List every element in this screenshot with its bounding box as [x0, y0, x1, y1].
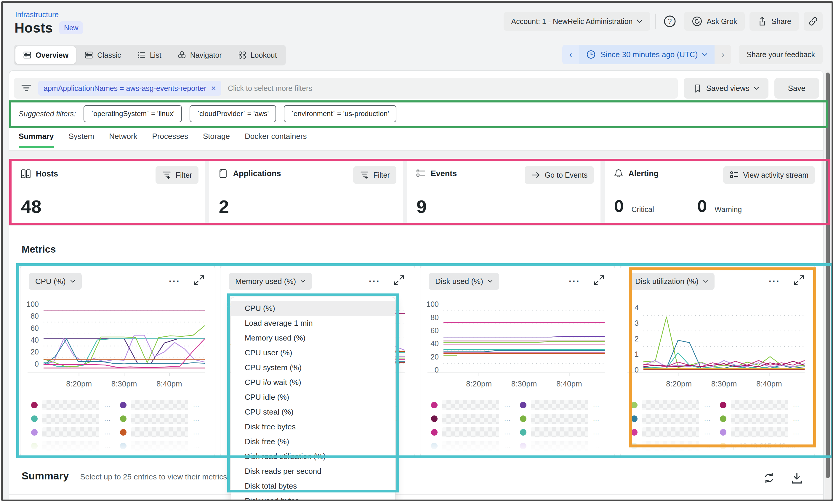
- dropdown-item[interactable]: Disk used bytes: [231, 493, 395, 501]
- breadcrumb[interactable]: Infrastructure: [15, 11, 59, 19]
- filter-chip[interactable]: apmApplicationNames = aws-asg-events-rep…: [38, 81, 221, 96]
- metric-selector[interactable]: Disk used (%): [429, 273, 499, 290]
- view-tab-overview[interactable]: Overview: [15, 46, 76, 64]
- tab-network[interactable]: Network: [109, 132, 137, 147]
- suggested-filter-environment[interactable]: `environment` = 'us-production': [284, 105, 396, 122]
- account-switcher[interactable]: Account: 1 - NewRelic Administration: [504, 12, 650, 31]
- legend-item[interactable]: …: [431, 398, 520, 412]
- share-button[interactable]: Share: [749, 12, 799, 31]
- dropdown-item[interactable]: Disk total bytes: [231, 479, 395, 493]
- legend-item[interactable]: …: [631, 412, 720, 426]
- view-tab-navigator[interactable]: Navigator: [170, 46, 229, 64]
- ask-grok-button[interactable]: Ask Grok: [684, 12, 745, 31]
- dropdown-item[interactable]: Disk read utilization (%): [231, 449, 395, 464]
- tab-system[interactable]: System: [69, 132, 95, 147]
- metric-selector[interactable]: CPU (%): [29, 273, 82, 290]
- time-prev-button[interactable]: ‹: [562, 45, 579, 64]
- expand-icon[interactable]: [593, 274, 605, 286]
- legend-item[interactable]: …: [520, 426, 609, 439]
- legend-dot: [31, 402, 38, 408]
- hosts-filter-button[interactable]: Filter: [155, 166, 199, 184]
- go-to-events-button[interactable]: Go to Events: [525, 166, 594, 184]
- legend-item[interactable]: …: [31, 426, 120, 439]
- legend-item[interactable]: …: [720, 398, 809, 412]
- time-picker[interactable]: Since 30 minutes ago (UTC): [579, 45, 715, 64]
- dropdown-item[interactable]: CPU steal (%): [231, 405, 395, 419]
- feedback-button[interactable]: Share your feedback: [739, 45, 823, 64]
- expand-icon[interactable]: [394, 274, 405, 286]
- dropdown-item[interactable]: Load average 1 min: [231, 316, 395, 330]
- legend-item[interactable]: …: [720, 426, 809, 439]
- legend-item[interactable]: …: [31, 439, 120, 453]
- chart-menu-icon[interactable]: ···: [569, 276, 580, 286]
- view-tab-classic[interactable]: Classic: [77, 46, 129, 64]
- dropdown-item[interactable]: Disk reads per second: [231, 464, 395, 479]
- expand-icon[interactable]: [193, 274, 205, 286]
- save-button[interactable]: Save: [774, 78, 819, 99]
- tab-docker-containers[interactable]: Docker containers: [245, 132, 307, 147]
- legend-item[interactable]: …: [31, 398, 120, 412]
- stat-card-hosts: Hosts Filter 48: [12, 160, 205, 225]
- view-tab-lookout[interactable]: Lookout: [230, 46, 284, 64]
- chart-menu-icon[interactable]: ···: [169, 276, 180, 286]
- view-tab-list[interactable]: List: [130, 46, 169, 64]
- legend-item[interactable]: …: [631, 439, 720, 453]
- list-icon: [137, 51, 146, 59]
- dropdown-item[interactable]: Memory used (%): [231, 330, 395, 345]
- legend-item[interactable]: …: [431, 439, 520, 453]
- remove-filter-icon[interactable]: ×: [211, 84, 216, 92]
- legend-item[interactable]: …: [520, 412, 609, 426]
- refresh-icon[interactable]: [762, 471, 776, 485]
- help-icon[interactable]: ?: [660, 12, 679, 31]
- legend-item[interactable]: …: [520, 398, 609, 412]
- filter-bar[interactable]: apmApplicationNames = aws-asg-events-rep…: [14, 78, 678, 99]
- warning-label: Warning: [715, 205, 742, 214]
- metric-selector[interactable]: Memory used (%): [229, 273, 312, 290]
- legend-item[interactable]: …: [120, 398, 209, 412]
- summary-title: Summary: [22, 470, 69, 482]
- legend-item[interactable]: …: [431, 412, 520, 426]
- legend-dot: [520, 415, 527, 422]
- legend-item[interactable]: …: [720, 412, 809, 426]
- download-icon[interactable]: [790, 471, 804, 485]
- legend-item[interactable]: …: [431, 426, 520, 439]
- saved-views-button[interactable]: Saved views: [684, 78, 768, 99]
- tab-processes[interactable]: Processes: [152, 132, 188, 147]
- copy-link-button[interactable]: [804, 12, 823, 31]
- metric-selector[interactable]: Disk utilization (%): [629, 273, 715, 290]
- legend-item[interactable]: …: [31, 412, 120, 426]
- legend-label: ip-10-48-215-142.eu-...: [731, 442, 804, 450]
- legend-dot: [31, 415, 38, 422]
- chart-menu-icon[interactable]: ···: [769, 276, 780, 286]
- dropdown-item[interactable]: Disk free bytes: [231, 419, 395, 434]
- legend-item[interactable]: …: [631, 426, 720, 439]
- legend-item[interactable]: ip-10-48-215-142.eu-...: [720, 439, 809, 453]
- time-next-button[interactable]: ›: [715, 45, 731, 64]
- dropdown-item[interactable]: CPU user (%): [231, 345, 395, 360]
- dropdown-item[interactable]: CPU i/o wait (%): [231, 375, 395, 390]
- legend-item[interactable]: …: [120, 439, 209, 453]
- tab-storage[interactable]: Storage: [203, 132, 230, 147]
- legend-item[interactable]: …: [120, 412, 209, 426]
- view-activity-stream-button[interactable]: View activity stream: [723, 166, 815, 184]
- svg-text:0: 0: [634, 366, 639, 374]
- legend-item[interactable]: …: [520, 439, 609, 453]
- suggested-filter-operating-system[interactable]: `operatingSystem` = 'linux': [83, 105, 182, 122]
- tab-summary[interactable]: Summary: [19, 132, 54, 147]
- scrollbar-thumb[interactable]: [826, 73, 830, 478]
- applications-filter-button[interactable]: Filter: [353, 166, 396, 184]
- dropdown-item[interactable]: CPU system (%): [231, 360, 395, 375]
- legend-item[interactable]: …: [120, 426, 209, 439]
- dropdown-item[interactable]: Disk free (%): [231, 434, 395, 449]
- navigator-icon: [177, 51, 186, 59]
- legend-item[interactable]: …: [631, 398, 720, 412]
- applications-count: 2: [218, 196, 229, 217]
- critical-count: 0: [614, 196, 624, 216]
- filter-row: apmApplicationNames = aws-asg-events-rep…: [14, 78, 819, 99]
- suggested-filter-cloud-provider[interactable]: `cloudProvider` = 'aws': [190, 105, 276, 122]
- chart-menu-icon[interactable]: ···: [369, 276, 380, 286]
- dropdown-item[interactable]: CPU (%): [231, 301, 395, 316]
- dropdown-item[interactable]: CPU idle (%): [231, 390, 395, 405]
- expand-icon[interactable]: [793, 274, 804, 286]
- legend-ellipsis: …: [504, 415, 510, 423]
